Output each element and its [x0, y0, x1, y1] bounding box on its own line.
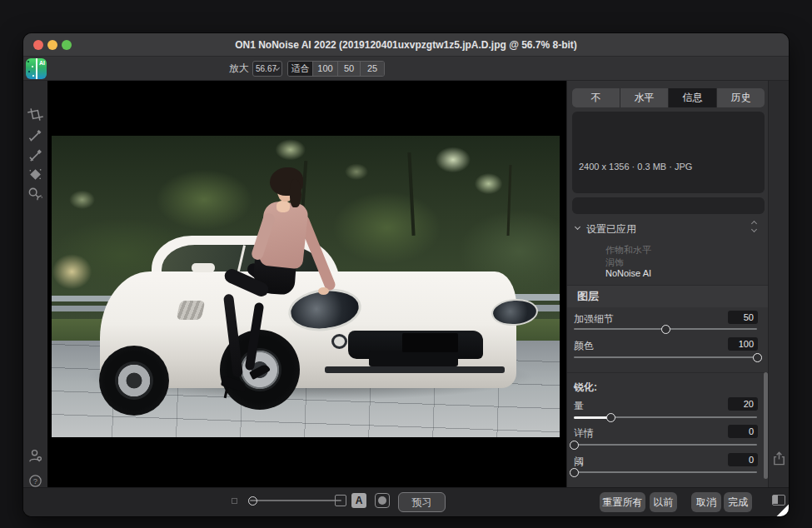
left-tool-strip: ?: [23, 81, 47, 487]
perfect-brush-icon[interactable]: [27, 147, 43, 163]
eraser-icon[interactable]: [27, 167, 43, 182]
zoom-100-button[interactable]: 100: [313, 62, 338, 76]
slider-value-threshold[interactable]: 0: [728, 453, 758, 466]
fog-light: [331, 334, 347, 349]
car-side-vent: [177, 301, 206, 320]
front-splitter: [325, 366, 505, 373]
info-card: 2400 x 1356 · 0.3 MB · JPG: [572, 112, 765, 193]
slider-handle[interactable]: [606, 413, 615, 422]
applied-item-nonoise[interactable]: NoNoise AI: [605, 268, 651, 278]
cancel-button[interactable]: 取消: [691, 492, 721, 512]
zoom-value-dropdown[interactable]: 56.67: [252, 61, 282, 77]
noise-half-decoration: [26, 58, 36, 79]
app-logo-icon: AI: [26, 58, 47, 79]
bottom-bar: A 预习 重置所有 以前 取消 完成: [23, 487, 789, 516]
applied-item-crop-level[interactable]: 作物和水平: [605, 244, 651, 257]
reorder-chevrons-icon[interactable]: [752, 222, 756, 232]
slider-detail[interactable]: [574, 440, 757, 450]
image-info-text: 2400 x 1356 · 0.3 MB · JPG: [579, 162, 692, 172]
slider-enhance-detail[interactable]: [574, 324, 757, 334]
window-title: ON1 NoNoise AI 2022 (2019120401uxvpzgtw1…: [23, 33, 789, 57]
slider-value-enhance-detail[interactable]: 50: [728, 311, 758, 324]
tab-levels[interactable]: 水平: [620, 88, 668, 107]
slider-handle[interactable]: [570, 468, 579, 477]
nav-zoom-slider[interactable]: [250, 496, 341, 506]
settings-applied-header[interactable]: 设置已应用: [586, 222, 636, 237]
share-export-icon[interactable]: [771, 451, 787, 466]
slider-label-detail: 详情: [574, 426, 594, 441]
slider-value-detail[interactable]: 0: [728, 425, 758, 438]
nav-thumbnail-toggle-icon[interactable]: [232, 498, 237, 504]
layers-header[interactable]: 图层: [567, 286, 769, 307]
license-plate: [402, 333, 458, 352]
slider-handle[interactable]: [661, 325, 670, 334]
zoom-preset-group: 适合 100 50 25: [287, 61, 385, 77]
svg-text:?: ?: [33, 476, 37, 486]
preview-button[interactable]: 预习: [398, 492, 446, 512]
divider-line: [36, 58, 37, 79]
tab-none[interactable]: 不: [572, 88, 620, 107]
compare-a-icon[interactable]: A: [351, 493, 366, 508]
sharpening-header: 锐化:: [574, 381, 597, 395]
mask-view-icon[interactable]: [375, 493, 390, 508]
slider-handle[interactable]: [753, 353, 762, 362]
far-right-strip: [768, 81, 789, 487]
slider-value-amount[interactable]: 20: [728, 397, 758, 411]
image-canvas[interactable]: [47, 81, 566, 487]
split-view-icon[interactable]: [772, 495, 785, 506]
user-account-icon[interactable]: [27, 448, 43, 464]
car-mirror: [192, 263, 215, 272]
tab-info[interactable]: 信息: [669, 88, 716, 107]
empty-card: [572, 197, 765, 214]
panel-tab-bar: 不 水平 信息 历史: [572, 88, 765, 107]
fit-button[interactable]: 适合: [288, 62, 313, 76]
zoom-value: 56.67: [256, 64, 276, 73]
done-button[interactable]: 完成: [724, 492, 752, 512]
app-logo-text: AI: [39, 60, 45, 66]
tab-history[interactable]: 历史: [717, 88, 765, 107]
slider-handle[interactable]: [248, 496, 257, 506]
zoom-pan-icon[interactable]: [27, 187, 43, 202]
reset-all-button[interactable]: 重置所有: [600, 492, 645, 512]
divider: [567, 372, 769, 373]
model-hand: [318, 287, 329, 295]
slider-value-color[interactable]: 100: [728, 337, 758, 351]
photo-preview: [52, 136, 560, 437]
wheel-rear-rim: [115, 361, 153, 400]
previous-button[interactable]: 以前: [650, 492, 677, 512]
zoom-label: 放大: [229, 57, 249, 81]
slider-label-color: 颜色: [574, 339, 594, 353]
retouch-brush-icon[interactable]: [27, 127, 43, 143]
chevron-down-icon[interactable]: [575, 224, 580, 230]
zoom-25-button[interactable]: 25: [361, 62, 384, 76]
crop-tool-icon[interactable]: [27, 107, 43, 122]
top-toolbar: AI 放大 56.67 适合 100 50 25: [23, 57, 789, 81]
compare-off-icon[interactable]: [335, 495, 346, 506]
right-panel: 不 水平 信息 历史 2400 x 1356 · 0.3 MB · JPG 设置…: [566, 81, 768, 487]
slider-threshold[interactable]: [574, 467, 757, 477]
model-hair-side: [290, 179, 301, 207]
applied-item-retouch[interactable]: 润饰: [605, 257, 624, 269]
lower-grille: [369, 351, 458, 366]
slider-label-amount: 量: [574, 399, 584, 413]
model-neck-chest: [276, 201, 290, 212]
zoom-50-button[interactable]: 50: [338, 62, 361, 76]
slider-color[interactable]: [574, 352, 757, 362]
title-bar: ON1 NoNoise AI 2022 (2019120401uxvpzgtw1…: [23, 33, 789, 57]
slider-handle[interactable]: [570, 441, 579, 450]
app-window: ON1 NoNoise AI 2022 (2019120401uxvpzgtw1…: [23, 33, 789, 516]
slider-amount[interactable]: [574, 412, 757, 422]
